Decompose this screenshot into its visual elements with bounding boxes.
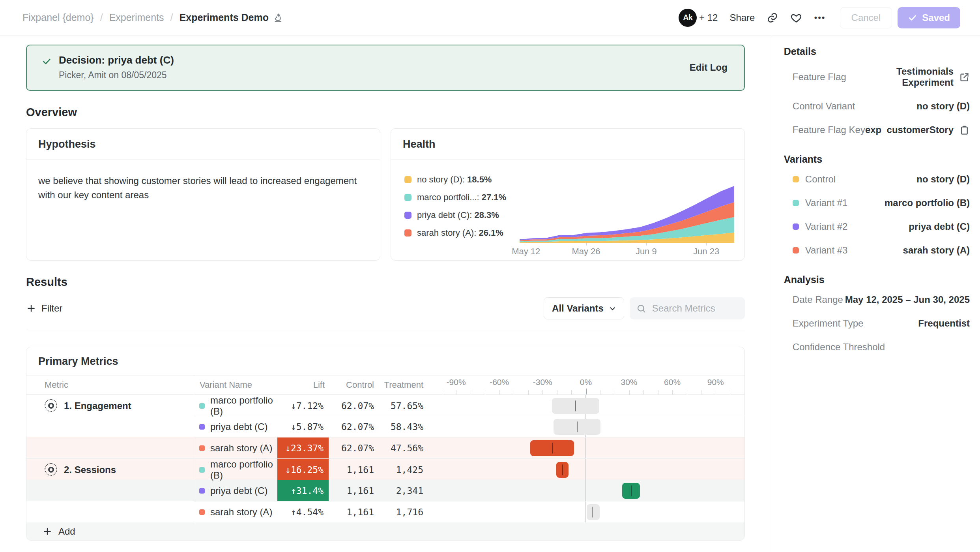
breadcrumb-experiments[interactable]: Experiments: [109, 12, 164, 23]
control-cell: 1,161: [329, 501, 378, 522]
metric-cell[interactable]: 2. Sessions: [26, 459, 194, 522]
column-header-lift: Lift: [277, 376, 329, 394]
axis-label: 0%: [580, 377, 592, 387]
metric-target-icon: [45, 463, 57, 476]
axis-label: -60%: [490, 377, 509, 387]
variant-name-cell: marco portfolio (B): [194, 395, 277, 417]
axis-minor-tick: [471, 390, 471, 394]
lift-cell: ↓23.37%: [277, 437, 329, 458]
plus-icon: [26, 303, 36, 314]
plus-icon: [42, 526, 52, 537]
control-cell: 1,161: [329, 480, 378, 501]
lift-value: ↓7.12%: [291, 401, 324, 411]
table-row[interactable]: priya debt (C)↓5.87%62.07%58.43%: [194, 416, 744, 437]
edit-log-button[interactable]: Edit Log: [690, 62, 728, 73]
saved-button[interactable]: Saved: [898, 7, 960, 28]
breadcrumb-separator: /: [100, 12, 103, 23]
detail-value[interactable]: Testimonials Experiment: [846, 66, 954, 88]
legend-item[interactable]: marco portfoli...: 27.1%: [404, 192, 520, 203]
variant-row: Variant #2priya debt (C): [784, 215, 970, 238]
confidence-interval-cell: [427, 480, 744, 501]
axis-minor-tick: [643, 390, 644, 394]
column-header-control: Control: [329, 376, 378, 394]
detail-label: Control Variant: [793, 101, 855, 112]
legend-swatch: [404, 194, 411, 201]
confidence-interval-cell: [427, 459, 744, 481]
lift-cell: ↓7.12%: [277, 395, 329, 417]
breadcrumb-project[interactable]: Fixpanel {demo}: [22, 12, 94, 23]
add-metric-label: Add: [58, 526, 75, 537]
variant-label: Variant #2: [805, 221, 848, 232]
metrics-search-field[interactable]: [630, 297, 745, 319]
hypothesis-card-title: Hypothesis: [26, 129, 380, 160]
filter-label: Filter: [41, 303, 62, 314]
more-options-button[interactable]: •••: [814, 13, 825, 23]
x-axis-tick: [526, 243, 526, 246]
treatment-cell: 57.65%: [378, 395, 427, 417]
axis-minor-tick: [542, 390, 543, 394]
axis-minor-tick: [528, 390, 529, 394]
copy-link-icon[interactable]: [767, 12, 778, 24]
variant-swatch: [199, 424, 205, 430]
variant-filter-dropdown[interactable]: All Variants: [544, 297, 624, 319]
search-icon: [636, 303, 647, 314]
ci-axis: -90%-60%-30%0%30%60%90%: [427, 376, 744, 394]
zero-line: [585, 459, 586, 481]
legend-item[interactable]: priya debt (C): 28.3%: [404, 210, 520, 220]
control-cell: 62.07%: [329, 437, 378, 458]
collaborators-count[interactable]: + 12: [699, 12, 718, 23]
axis-minor-tick: [658, 390, 658, 394]
favorite-heart-icon[interactable]: [790, 12, 802, 24]
breadcrumb-current-page: Experiments Demo: [180, 12, 283, 23]
variant-name-cell: marco portfolio (B): [194, 459, 277, 481]
add-metric-button[interactable]: Add: [26, 522, 744, 540]
axis-minor-tick: [571, 390, 572, 394]
details-heading: Details: [784, 46, 970, 57]
axis-label: -90%: [447, 377, 466, 387]
search-input[interactable]: [651, 302, 739, 314]
external-link-icon[interactable]: [959, 72, 970, 83]
lift-value: ↓5.87%: [291, 422, 324, 432]
column-header-variant: Variant Name: [194, 376, 277, 394]
zero-line: [585, 501, 586, 522]
clipboard-copy-icon[interactable]: [959, 125, 970, 135]
variant-name: sarah story (A): [210, 507, 272, 518]
lift-cell: ↓5.87%: [277, 416, 329, 437]
detail-label: Feature Flag Key: [793, 124, 865, 135]
table-row[interactable]: marco portfolio (B)↓7.12%62.07%57.65%: [194, 395, 744, 416]
axis-minor-tick: [499, 390, 500, 394]
variant-swatch: [793, 200, 799, 206]
legend-item[interactable]: sarah story (A): 26.1%: [404, 228, 520, 238]
variant-name: priya debt (C): [210, 421, 267, 432]
legend-item[interactable]: no story (D): 18.5%: [404, 175, 520, 185]
table-row[interactable]: marco portfolio (B)↓16.25%1,1611,425: [194, 459, 744, 480]
detail-label: Feature Flag: [793, 71, 846, 83]
analysis-row-experiment-type: Experiment Type Frequentist: [784, 312, 970, 335]
axis-minor-tick: [615, 390, 615, 394]
variant-row: Variant #3sarah story (A): [784, 238, 970, 262]
legend-label: priya debt (C): 28.3%: [417, 210, 499, 220]
variant-swatch: [199, 445, 205, 451]
variant-swatch: [199, 467, 205, 473]
table-row[interactable]: priya debt (C)↑31.4%1,1612,341: [194, 480, 744, 501]
sidebar-section-details: Details Feature Flag Testimonials Experi…: [784, 46, 970, 142]
variant-swatch: [793, 176, 799, 182]
metric-group: 2. Sessionsmarco portfolio (B)↓16.25%1,1…: [26, 458, 744, 522]
health-chart: May 12May 26Jun 9Jun 23: [520, 160, 734, 260]
variant-swatch: [199, 509, 205, 515]
details-sidebar: Details Feature Flag Testimonials Experi…: [772, 36, 980, 552]
health-legend: no story (D): 18.5%marco portfoli...: 27…: [404, 160, 520, 260]
metric-cell[interactable]: 1. Engagement: [26, 395, 194, 458]
share-button[interactable]: Share: [729, 12, 755, 23]
treatment-cell: 47.56%: [378, 437, 427, 458]
avatar[interactable]: Ak: [679, 9, 697, 27]
add-filter-button[interactable]: Filter: [26, 303, 62, 314]
cancel-button[interactable]: Cancel: [840, 7, 892, 28]
x-axis-label: May 12: [512, 246, 540, 257]
table-row[interactable]: sarah story (A)↓23.37%62.07%47.56%: [194, 437, 744, 458]
decision-banner: Decision: priya debt (C) Picker, Amit on…: [26, 45, 745, 91]
legend-label: sarah story (A): 26.1%: [417, 228, 503, 238]
analysis-label: Date Range: [793, 294, 843, 305]
table-row[interactable]: sarah story (A)↑4.54%1,1611,716: [194, 501, 744, 522]
axis-minor-tick: [629, 390, 630, 394]
